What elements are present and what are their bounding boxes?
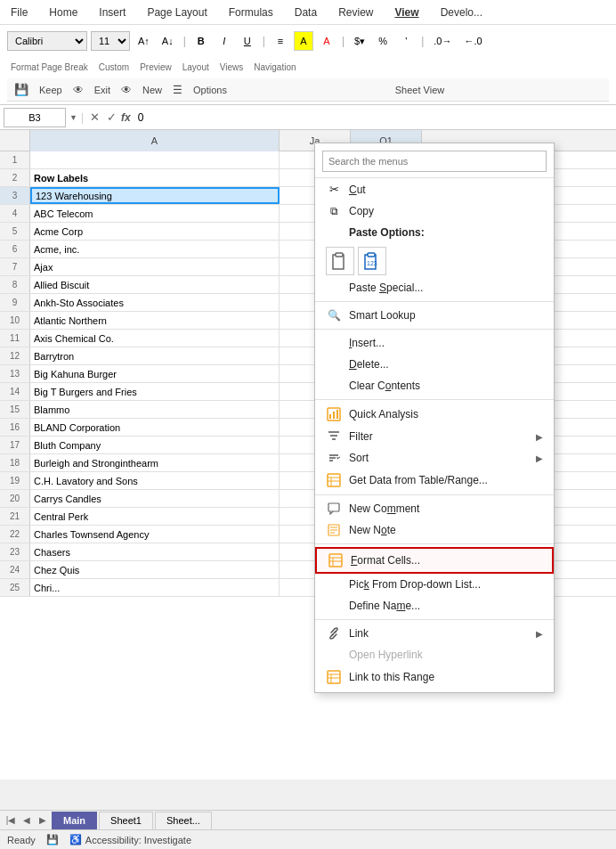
sheet-tab-sheet2[interactable]: Sheet... <box>155 812 212 829</box>
row-number[interactable]: 17 <box>0 437 30 453</box>
fx-icon[interactable]: fx <box>121 111 131 124</box>
cell-col-a-row-12[interactable]: Barrytron <box>30 347 280 364</box>
italic-button[interactable]: I <box>215 31 234 51</box>
highlight-button[interactable]: A <box>294 31 313 51</box>
align-button[interactable]: ≡ <box>271 31 290 51</box>
formula-input[interactable] <box>134 108 612 127</box>
cell-col-a-row-11[interactable]: Axis Chemical Co. <box>30 330 280 347</box>
underline-button[interactable]: U <box>238 31 257 51</box>
cell-col-a-row-15[interactable]: Blammo <box>30 401 280 418</box>
menu-item-paste-special[interactable]: Paste Special... <box>315 277 554 298</box>
menu-home[interactable]: Home <box>45 4 81 20</box>
cell-col-a-row-5[interactable]: Acme Corp <box>30 223 280 240</box>
menu-item-quick-analysis[interactable]: Quick Analysis <box>315 403 554 426</box>
row-number[interactable]: 13 <box>0 365 30 382</box>
cell-col-a-row-22[interactable]: Charles Townsend Agency <box>30 526 280 543</box>
cell-col-a-row-17[interactable]: Bluth Company <box>30 437 280 453</box>
menu-develop[interactable]: Develo... <box>437 4 486 20</box>
tab-nav-next[interactable]: ▶ <box>36 813 50 828</box>
row-number[interactable]: 10 <box>0 312 30 329</box>
cell-col-a-row-4[interactable]: ABC Telecom <box>30 205 280 222</box>
menu-item-insert[interactable]: Insert... <box>315 332 554 354</box>
decrease-decimal-button[interactable]: ←.0 <box>460 31 487 51</box>
row-number[interactable]: 1 <box>0 151 30 168</box>
tab-nav-first[interactable]: |◀ <box>4 813 18 828</box>
menu-item-link[interactable]: Link ▶ <box>315 623 554 644</box>
percent-button[interactable]: % <box>373 31 393 51</box>
row-number[interactable]: 20 <box>0 490 30 507</box>
cell-col-a-row-13[interactable]: Big Kahuna Burger <box>30 365 280 382</box>
keep-button[interactable]: Keep <box>39 85 62 95</box>
menu-item-link-to-range[interactable]: Link to this Range <box>315 665 554 689</box>
cell-col-a-row-3[interactable]: 123 Warehousing <box>30 187 280 204</box>
cell-col-a-row-8[interactable]: Allied Biscuit <box>30 276 280 293</box>
search-menu-input[interactable] <box>322 151 547 172</box>
cancel-icon[interactable]: ✕ <box>87 110 102 124</box>
cell-col-a-row-21[interactable]: Central Perk <box>30 508 280 525</box>
row-number[interactable]: 16 <box>0 419 30 436</box>
row-number[interactable]: 19 <box>0 472 30 489</box>
menu-view[interactable]: View <box>392 4 423 20</box>
cell-col-a-row-1[interactable] <box>30 151 280 168</box>
menu-item-sort[interactable]: Sort ▶ <box>315 447 554 469</box>
paste-button-1[interactable] <box>326 247 354 275</box>
cell-col-a-row-18[interactable]: Burleigh and Stronginthearm <box>30 454 280 471</box>
menu-item-define-name[interactable]: Define Name... <box>315 595 554 616</box>
font-size-select[interactable]: 11 <box>91 31 130 51</box>
menu-item-pick-dropdown[interactable]: Pick From Drop-down List... <box>315 574 554 595</box>
row-number[interactable]: 9 <box>0 294 30 311</box>
font-color-button[interactable]: A <box>317 31 336 51</box>
row-number[interactable]: 4 <box>0 205 30 222</box>
cell-col-a-row-24[interactable]: Chez Quis <box>30 561 280 578</box>
row-number[interactable]: 6 <box>0 241 30 257</box>
menu-item-clear[interactable]: Clear Contents <box>315 375 554 396</box>
row-number[interactable]: 25 <box>0 579 30 596</box>
menu-file[interactable]: File <box>7 4 31 20</box>
menu-item-new-note[interactable]: New Note <box>315 519 554 541</box>
row-number[interactable]: 7 <box>0 258 30 275</box>
increase-decimal-button[interactable]: .0→ <box>429 31 456 51</box>
cell-col-a-row-23[interactable]: Chasers <box>30 543 280 560</box>
cell-col-a-row-7[interactable]: Ajax <box>30 258 280 275</box>
menu-data[interactable]: Data <box>291 4 320 20</box>
cell-reference-input[interactable] <box>4 108 66 127</box>
row-number[interactable]: 8 <box>0 276 30 293</box>
menu-item-copy[interactable]: Copy <box>315 200 554 222</box>
row-number[interactable]: 21 <box>0 508 30 525</box>
sheet-tab-main[interactable]: Main <box>52 812 97 829</box>
paste-button-2[interactable]: 123 <box>358 247 386 275</box>
row-number[interactable]: 2 <box>0 169 30 186</box>
row-number[interactable]: 3 <box>0 187 30 204</box>
row-number[interactable]: 24 <box>0 561 30 578</box>
menu-formulas[interactable]: Formulas <box>225 4 277 20</box>
cell-col-a-row-14[interactable]: Big T Burgers and Fries <box>30 383 280 400</box>
menu-item-format-cells[interactable]: Format Cells... <box>315 547 554 574</box>
menu-insert[interactable]: Insert <box>95 4 129 20</box>
row-number[interactable]: 15 <box>0 401 30 418</box>
cell-col-a-row-16[interactable]: BLAND Corporation <box>30 419 280 436</box>
cell-col-a-row-19[interactable]: C.H. Lavatory and Sons <box>30 472 280 489</box>
sheet-tab-sheet1[interactable]: Sheet1 <box>99 812 153 829</box>
confirm-icon[interactable]: ✓ <box>104 110 119 124</box>
menu-page-layout[interactable]: Page Layout <box>143 4 210 20</box>
menu-item-smart-lookup[interactable]: Smart Lookup <box>315 305 554 326</box>
cell-col-a-row-2[interactable]: Row Labels <box>30 169 280 186</box>
bold-button[interactable]: B <box>191 31 211 51</box>
column-a-header[interactable]: A <box>30 130 280 151</box>
options-button[interactable]: Options <box>193 85 227 95</box>
menu-item-delete[interactable]: Delete... <box>315 354 554 375</box>
new-button[interactable]: New <box>142 85 162 95</box>
row-number[interactable]: 18 <box>0 454 30 471</box>
menu-item-new-comment[interactable]: New Comment <box>315 498 554 519</box>
cell-col-a-row-9[interactable]: Ankh-Sto Associates <box>30 294 280 311</box>
menu-item-cut[interactable]: Cut <box>315 178 554 200</box>
menu-item-filter[interactable]: Filter ▶ <box>315 426 554 447</box>
cell-col-a-row-25[interactable]: Chri... <box>30 579 280 596</box>
cell-col-a-row-10[interactable]: Atlantic Northern <box>30 312 280 329</box>
increase-font-size-button[interactable]: A↑ <box>134 31 154 51</box>
row-number[interactable]: 5 <box>0 223 30 240</box>
menu-review[interactable]: Review <box>335 4 377 20</box>
tab-nav-prev[interactable]: ◀ <box>20 813 34 828</box>
row-number[interactable]: 14 <box>0 383 30 400</box>
font-family-select[interactable]: Calibri <box>7 31 87 51</box>
